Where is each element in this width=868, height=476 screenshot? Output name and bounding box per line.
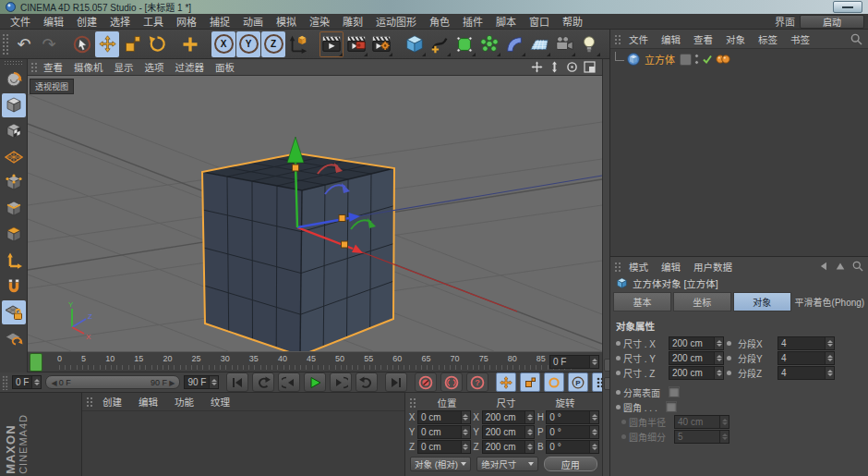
material-menu-item[interactable]: 创建: [95, 394, 129, 409]
viewport-pan-icon[interactable]: [531, 61, 543, 73]
menubar-item[interactable]: 网格: [170, 13, 203, 30]
anim-dot-icon[interactable]: [727, 341, 731, 346]
z-plane-handle[interactable]: [339, 215, 345, 222]
minimize-button[interactable]: [833, 1, 862, 13]
attribute-manager-grip[interactable]: [614, 262, 621, 272]
menubar-item[interactable]: 窗口: [523, 13, 556, 30]
anim-dot-icon[interactable]: [616, 371, 621, 375]
tab-coordinates[interactable]: 坐标: [673, 292, 731, 311]
material-menu-item[interactable]: 功能: [167, 394, 201, 409]
menubar-item[interactable]: 创建: [70, 13, 103, 30]
viewport-rotate-icon[interactable]: [566, 61, 578, 73]
material-menu-grip[interactable]: [86, 397, 93, 407]
timeline-ruler[interactable]: 051015202530354045505560657075808590 0 F: [28, 351, 602, 372]
segments-spinner[interactable]: [825, 337, 834, 349]
tab-object[interactable]: 对象: [733, 292, 791, 311]
lock-workplane-button[interactable]: [2, 300, 26, 324]
size-spinner[interactable]: [524, 411, 534, 423]
cube-object[interactable]: [202, 153, 394, 351]
rotation-spinner[interactable]: [589, 426, 598, 438]
anim-dot-icon[interactable]: [616, 341, 621, 346]
segments-input[interactable]: 4: [778, 351, 835, 365]
menubar-item[interactable]: 工具: [137, 13, 170, 30]
anim-dot-icon[interactable]: [616, 405, 621, 409]
object-manager-menu-item[interactable]: 对象: [720, 31, 751, 47]
size-input[interactable]: 200 cm: [669, 366, 724, 380]
segments-spinner[interactable]: [825, 367, 834, 379]
object-manager-menu-item[interactable]: 编辑: [656, 31, 686, 47]
object-name[interactable]: 立方体: [643, 52, 677, 67]
enabled-check-icon[interactable]: [702, 54, 713, 65]
size-input[interactable]: 200 cm: [482, 425, 536, 439]
goto-start-button[interactable]: [226, 372, 248, 392]
viewport-menu-item[interactable]: 摄像机: [68, 59, 109, 75]
record-keyframe-button[interactable]: [415, 372, 437, 392]
position-spinner[interactable]: [461, 411, 470, 423]
undo-button[interactable]: ↶: [12, 31, 36, 57]
add-spline-button[interactable]: [428, 31, 452, 57]
preview-range-slider[interactable]: ◀ 0 F 90 F ▶: [45, 375, 180, 389]
play-backward-button[interactable]: [252, 372, 274, 392]
position-spinner[interactable]: [461, 426, 470, 438]
search-icon[interactable]: [852, 261, 863, 272]
coordinate-mode-dropdown[interactable]: 对象 (相对): [410, 457, 471, 471]
add-cube-button[interactable]: [403, 31, 427, 57]
object-row-cube[interactable]: 立方体: [612, 52, 730, 67]
anim-dot-icon[interactable]: [727, 371, 731, 375]
size-spinner[interactable]: [524, 426, 534, 438]
object-manager-grip[interactable]: [614, 34, 621, 44]
keyframe-selection-button[interactable]: ?: [466, 372, 488, 392]
rotation-spinner[interactable]: [589, 441, 598, 453]
menubar-item[interactable]: 编辑: [37, 13, 70, 30]
viewport-zoom-icon[interactable]: [549, 61, 561, 73]
size-input[interactable]: 200 cm: [669, 336, 724, 350]
segments-spinner[interactable]: [825, 352, 834, 364]
texture-mode-button[interactable]: [2, 119, 26, 143]
lock-y-axis-button[interactable]: Y: [236, 31, 260, 57]
toolbar-grip[interactable]: [2, 33, 9, 55]
lock-x-axis-button[interactable]: X: [211, 31, 235, 57]
object-manager-tree[interactable]: 立方体: [610, 48, 868, 257]
tab-basic[interactable]: 基本: [613, 292, 671, 311]
range-end-input[interactable]: 90 F: [184, 375, 219, 389]
key-parameter-toggle[interactable]: P: [568, 372, 588, 392]
size-input[interactable]: 200 cm: [482, 440, 536, 454]
previous-frame-button[interactable]: [278, 372, 300, 392]
menubar-item[interactable]: 帮助: [556, 13, 589, 30]
menubar-item[interactable]: 文件: [4, 13, 37, 30]
rotation-spinner[interactable]: [589, 411, 598, 423]
titlebar[interactable]: CINEMA 4D R15.057 Studio - [未标题 1 *]: [0, 0, 868, 14]
object-manager-menu-item[interactable]: 书签: [785, 31, 815, 47]
viewport-menu-item[interactable]: 面板: [210, 59, 240, 75]
anim-dot-icon[interactable]: [616, 390, 621, 395]
menubar-item[interactable]: 选择: [103, 13, 137, 30]
coordinate-system-button[interactable]: [286, 31, 310, 57]
add-light-button[interactable]: [577, 31, 601, 57]
model-mode-button[interactable]: [2, 93, 26, 117]
viewport-menu-item[interactable]: 显示: [109, 59, 139, 75]
position-input[interactable]: 0 cm: [417, 440, 471, 454]
add-camera-button[interactable]: [552, 31, 576, 57]
viewport-menu-item[interactable]: 过滤器: [170, 59, 211, 75]
points-mode-button[interactable]: [2, 171, 26, 195]
key-scale-toggle[interactable]: [520, 372, 540, 392]
live-selection-button[interactable]: [70, 31, 94, 57]
next-frame-button[interactable]: [330, 372, 352, 392]
add-generator-button[interactable]: [452, 31, 476, 57]
attribute-menu-item[interactable]: 编辑: [656, 259, 686, 275]
lock-z-axis-button[interactable]: Z: [261, 31, 285, 57]
render-view-button[interactable]: [319, 31, 344, 57]
add-deformer-button[interactable]: [502, 31, 526, 57]
y-plane-handle[interactable]: [293, 165, 299, 171]
object-manager-menu-item[interactable]: 标签: [753, 31, 783, 47]
size-spinner[interactable]: [714, 337, 723, 349]
rotation-input[interactable]: 0 °: [546, 410, 599, 424]
polygons-mode-button[interactable]: [2, 223, 26, 247]
apply-button[interactable]: 应用: [544, 457, 597, 471]
menubar-item[interactable]: 动画: [236, 13, 270, 30]
menubar-item[interactable]: 雕刻: [336, 13, 369, 30]
position-spinner[interactable]: [461, 441, 470, 453]
x-plane-handle[interactable]: [342, 241, 348, 248]
add-mograph-button[interactable]: [477, 31, 501, 57]
attribute-menu-item[interactable]: 用户数据: [688, 259, 738, 275]
